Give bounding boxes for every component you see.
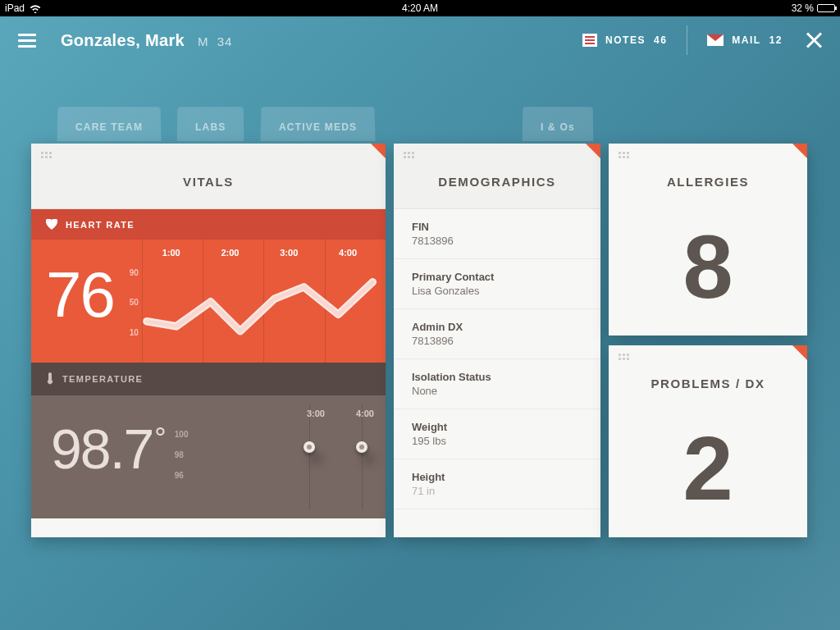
clock: 4:20 AM: [402, 2, 438, 14]
app-header: Gonzales, Mark M 34 NOTES 46 MAIL 12: [0, 16, 840, 64]
problems-count: 2: [609, 410, 807, 514]
temperature-chart: 3:00 4:00: [194, 395, 386, 518]
vitals-title: VITALS: [31, 144, 386, 209]
thermometer-icon: [46, 372, 54, 386]
patient-info[interactable]: Gonzales, Mark M 34: [61, 31, 232, 50]
vitals-card[interactable]: VITALS HEART RATE 76 90 50 10 1:00 2:00 …: [31, 144, 386, 537]
tab-active-meds[interactable]: ACTIVE MEDS: [260, 107, 375, 141]
problems-title: PROBLEMS / DX: [609, 345, 807, 410]
corner-flag-icon: [371, 144, 386, 158]
problems-card[interactable]: PROBLEMS / DX 2: [609, 345, 807, 537]
list-item: Isolation StatusNone: [394, 359, 600, 409]
corner-flag-icon: [792, 144, 807, 158]
heart-icon: [46, 219, 57, 230]
patient-meta: M 34: [198, 34, 233, 48]
battery-icon: [817, 4, 835, 12]
mail-icon: [707, 34, 724, 46]
heart-rate-value: 76: [31, 240, 121, 363]
tab-ios[interactable]: I & Os: [523, 107, 594, 141]
drag-handle-icon[interactable]: [619, 152, 630, 163]
device-label: iPad: [5, 2, 25, 14]
mail-button[interactable]: MAIL 12: [707, 34, 783, 46]
separator: [687, 25, 687, 55]
list-item: Weight195 lbs: [394, 409, 600, 459]
demographics-card[interactable]: DEMOGRAPHICS FIN7813896 Primary ContactL…: [394, 144, 600, 537]
list-item: Admin DX7813896: [394, 309, 600, 359]
heart-rate-line: [142, 248, 377, 363]
allergies-count: 8: [609, 208, 807, 312]
drag-handle-icon[interactable]: [619, 354, 630, 365]
allergies-title: ALLERGIES: [609, 144, 807, 208]
notes-icon: [582, 34, 597, 47]
allergies-card[interactable]: ALLERGIES 8: [609, 144, 807, 336]
list-item: Primary ContactLisa Gonzales: [394, 259, 600, 309]
corner-flag-icon: [586, 144, 600, 158]
temperature-y-axis: 100 98 96: [163, 395, 194, 518]
corner-flag-icon: [792, 345, 807, 360]
battery-percent: 32 %: [792, 2, 814, 14]
drag-handle-icon[interactable]: [404, 152, 415, 163]
tab-labs[interactable]: LABS: [177, 107, 244, 141]
heart-rate-chart: 1:00 2:00 3:00 4:00: [142, 240, 386, 363]
close-button[interactable]: [806, 32, 822, 48]
temperature-panel: 98.7° 100 98 96 3:00 4:00: [31, 395, 386, 518]
list-item: Height71 in: [394, 459, 600, 509]
background-tabs: CARE TEAM LABS ACTIVE MEDS I & Os: [57, 107, 840, 141]
demographics-title: DEMOGRAPHICS: [394, 144, 600, 209]
menu-button[interactable]: [18, 34, 36, 48]
wifi-icon: [30, 4, 41, 13]
patient-name: Gonzales, Mark: [61, 31, 185, 50]
status-bar: iPad 4:20 AM 32 %: [0, 0, 840, 16]
demographics-list[interactable]: FIN7813896 Primary ContactLisa Gonzales …: [394, 209, 600, 509]
tab-care-team[interactable]: CARE TEAM: [57, 107, 162, 141]
list-item: FIN7813896: [394, 209, 600, 259]
temperature-header: TEMPERATURE: [31, 363, 386, 395]
temp-point: [304, 441, 315, 453]
temp-point: [356, 441, 368, 453]
heart-rate-panel: 76 90 50 10 1:00 2:00 3:00 4:00: [31, 240, 386, 363]
drag-handle-icon[interactable]: [41, 152, 52, 163]
heart-rate-y-axis: 90 50 10: [121, 240, 142, 363]
heart-rate-header: HEART RATE: [31, 209, 386, 240]
notes-button[interactable]: NOTES 46: [582, 34, 667, 47]
temperature-value: 98.7°: [31, 395, 163, 518]
